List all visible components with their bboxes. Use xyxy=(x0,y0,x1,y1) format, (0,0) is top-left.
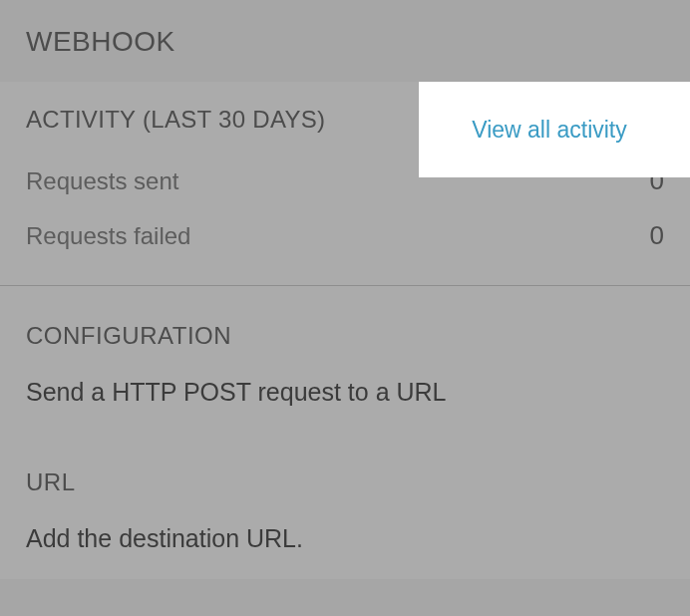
configuration-description: Send a HTTP POST request to a URL xyxy=(26,378,664,407)
activity-title: ACTIVITY (LAST 30 DAYS) xyxy=(26,106,325,134)
stats-label: Requests failed xyxy=(26,222,190,250)
page-title: WEBHOOK xyxy=(26,26,664,58)
configuration-title: CONFIGURATION xyxy=(26,322,664,350)
stats-label: Requests sent xyxy=(26,167,178,195)
stats-value: 0 xyxy=(650,220,664,251)
activity-section: ACTIVITY (LAST 30 DAYS) View all activit… xyxy=(0,82,690,285)
url-title: URL xyxy=(26,468,664,496)
view-all-activity-link[interactable]: View all activity xyxy=(472,117,627,144)
header: WEBHOOK xyxy=(0,0,690,82)
stats-row-requests-failed: Requests failed 0 xyxy=(26,208,664,263)
view-all-wrapper: View all activity xyxy=(419,82,690,177)
configuration-section: CONFIGURATION Send a HTTP POST request t… xyxy=(0,286,690,579)
url-description: Add the destination URL. xyxy=(26,524,664,553)
